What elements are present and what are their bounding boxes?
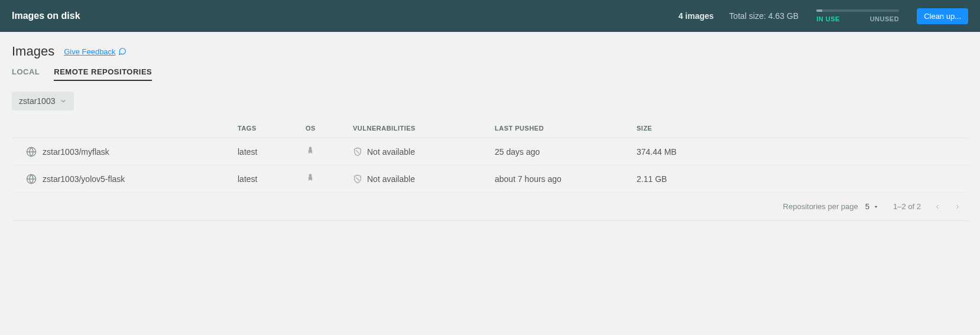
col-os: OS [298,119,346,138]
col-tags: TAGS [231,119,298,138]
table-row[interactable]: zstar1003/myflask latest Not available 2… [12,138,968,165]
globe-icon [26,147,37,157]
last-pushed: about 7 hours ago [488,165,629,193]
pagination: Repositories per page 5 1–2 of 2 [12,193,968,221]
svg-marker-6 [875,206,878,207]
page-range: 1–2 of 2 [893,202,921,211]
user-dropdown[interactable]: zstar1003 [12,92,74,110]
tab-local[interactable]: LOCAL [12,67,40,81]
feedback-link[interactable]: Give Feedback [64,47,126,56]
image-count: 4 images [679,11,714,21]
col-vulnerabilities: VULNERABILITIES [346,119,488,138]
dropdown-selected: zstar1003 [19,96,55,106]
repo-tag: latest [231,138,298,165]
vuln-text: Not available [367,174,415,184]
images-table: TAGS OS VULNERABILITIES LAST PUSHED SIZE… [12,119,968,193]
table-row[interactable]: zstar1003/yolov5-flask latest Not availa… [12,165,968,193]
content: Images Give Feedback LOCAL REMOTE REPOSI… [0,32,980,233]
feedback-label: Give Feedback [64,47,115,56]
linux-icon [306,145,315,156]
col-last-pushed: LAST PUSHED [488,119,629,138]
feedback-icon [118,47,126,56]
page-title: Images [12,44,54,59]
size: 374.44 MB [629,138,968,165]
usage-bar [816,9,899,12]
per-page-selector[interactable]: 5 [865,202,879,211]
topbar: Images on disk 4 images Total size: 4.63… [0,0,980,32]
per-page-value: 5 [865,202,869,211]
total-size: Total size: 4.63 GB [729,11,799,21]
usage-indicator: IN USE UNUSED [816,9,899,22]
usage-bar-fill [816,9,822,12]
shield-icon [353,174,362,184]
topbar-title: Images on disk [12,11,80,21]
caret-down-icon [873,204,879,210]
linux-icon [306,173,315,183]
svg-line-2 [356,150,359,153]
svg-line-5 [356,177,359,180]
vuln-text: Not available [367,147,415,157]
chevron-down-icon [60,97,67,105]
repo-name: zstar1003/yolov5-flask [43,174,125,184]
globe-icon [26,174,37,184]
next-page-icon[interactable] [954,203,961,210]
col-size: SIZE [629,119,968,138]
prev-page-icon[interactable] [934,203,941,210]
repo-tag: latest [231,165,298,193]
last-pushed: 25 days ago [488,138,629,165]
tab-remote-repositories[interactable]: REMOTE REPOSITORIES [54,67,152,81]
cleanup-button[interactable]: Clean up... [917,8,968,24]
unused-label: UNUSED [870,15,899,22]
size: 2.11 GB [629,165,968,193]
tabs: LOCAL REMOTE REPOSITORIES [12,67,968,81]
repo-name: zstar1003/myflask [43,147,109,157]
in-use-label: IN USE [816,15,840,22]
per-page-label: Repositories per page [783,202,858,211]
shield-icon [353,147,362,157]
